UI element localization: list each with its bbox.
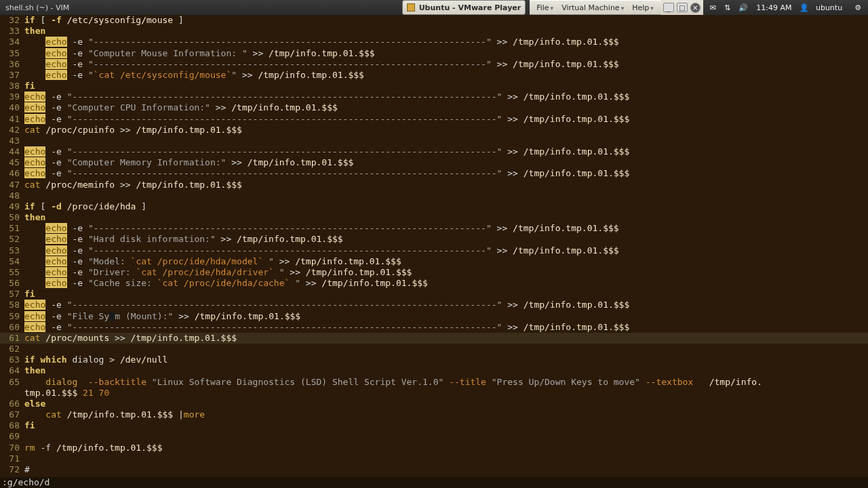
- code-line[interactable]: 44echo -e "-----------------------------…: [0, 146, 629, 157]
- clock[interactable]: 11:49 AM: [752, 3, 795, 12]
- vim-command-line[interactable]: :g/echo/d: [0, 477, 868, 488]
- code-line[interactable]: 51 echo -e "----------------------------…: [0, 223, 619, 234]
- code-line[interactable]: tmp.01.$$$ 21 70: [0, 388, 109, 399]
- close-button[interactable]: ×: [690, 3, 701, 13]
- code-line[interactable]: 54 echo -e "Model: `cat /proc/ide/hda/mo…: [0, 256, 401, 267]
- network-icon[interactable]: ⇅: [720, 3, 734, 12]
- code-line[interactable]: 70rm -f /tmp/info.tmp.01.$$$: [0, 443, 163, 453]
- code-line[interactable]: 67 cat /tmp/info.tmp.01.$$$ |more: [0, 409, 205, 420]
- code-line[interactable]: 56 echo -e "Cache size: `cat /proc/ide/h…: [0, 278, 428, 289]
- code-line[interactable]: 46echo -e "-----------------------------…: [0, 168, 629, 179]
- code-line[interactable]: 34 echo -e "----------------------------…: [0, 37, 619, 47]
- code-line[interactable]: 65 dialog --backtitle "Linux Software Di…: [0, 377, 762, 388]
- vim-editor-area[interactable]: 32if [ -f /etc/sysconfig/mouse ]33then34…: [0, 15, 868, 477]
- code-line[interactable]: 62: [0, 344, 24, 354]
- code-line[interactable]: 61cat /proc/mounts >> /tmp/info.tmp.01.$…: [0, 333, 237, 344]
- code-line[interactable]: 45echo -e "Computer Memory Information:"…: [0, 157, 353, 168]
- settings-icon[interactable]: ⚙: [850, 3, 865, 12]
- code-line[interactable]: 42cat /proc/cpuinfo >> /tmp/info.tmp.01.…: [0, 125, 242, 136]
- mail-icon[interactable]: ✉: [706, 3, 720, 12]
- code-line[interactable]: 53 echo -e "----------------------------…: [0, 245, 619, 256]
- window-controls: _ □ ×: [660, 0, 703, 15]
- code-line[interactable]: 47cat /proc/meminfo >> /tmp/info.tmp.01.…: [0, 180, 242, 190]
- code-line[interactable]: 37 echo -e "`cat /etc/sysconfig/mouse`" …: [0, 70, 364, 81]
- code-line[interactable]: 69: [0, 431, 24, 442]
- code-line[interactable]: 38fi: [0, 81, 35, 92]
- code-line[interactable]: 49if [ -d /proc/ide/hda ]: [0, 201, 146, 212]
- system-tray: ✉ ⇅ 🔊 11:49 AM 👤 ubuntu ⚙: [703, 3, 868, 12]
- code-line[interactable]: 41echo -e "-----------------------------…: [0, 114, 629, 125]
- menu-file[interactable]: File▾: [532, 3, 557, 12]
- code-line[interactable]: 32if [ -f /etc/sysconfig/mouse ]: [0, 15, 184, 26]
- vmware-icon: [407, 3, 415, 12]
- menu-virtual-machine[interactable]: Virtual Machine▾: [557, 3, 628, 12]
- code-line[interactable]: 48: [0, 190, 24, 201]
- code-line[interactable]: 57fi: [0, 289, 35, 300]
- window-title: shell.sh (~) - VIM: [0, 3, 75, 12]
- code-line[interactable]: 39echo -e "-----------------------------…: [0, 92, 629, 102]
- code-line[interactable]: 71: [0, 453, 24, 464]
- code-line[interactable]: 36 echo -e "----------------------------…: [0, 59, 619, 70]
- code-line[interactable]: 40echo -e "Computer CPU Information:" >>…: [0, 102, 338, 113]
- menu-help[interactable]: Help▾: [628, 3, 658, 12]
- volume-icon[interactable]: 🔊: [734, 3, 752, 12]
- maximize-button[interactable]: □: [677, 3, 688, 12]
- code-line[interactable]: 35 echo -e "Computer Mouse Information: …: [0, 48, 375, 59]
- code-line[interactable]: 66else: [0, 399, 45, 409]
- code-line[interactable]: 64then: [0, 365, 45, 376]
- taskbar-button-vmware[interactable]: Ubuntu - VMware Player: [402, 0, 526, 15]
- vmware-menubar: File▾ Virtual Machine▾ Help▾: [530, 0, 660, 15]
- code-line[interactable]: 63if which dialog > /dev/null: [0, 354, 167, 365]
- code-line[interactable]: 60echo -e "-----------------------------…: [0, 322, 629, 333]
- code-line[interactable]: 68fi: [0, 420, 35, 431]
- code-line[interactable]: 50then: [0, 212, 45, 223]
- code-line[interactable]: 55 echo -e "Driver: `cat /proc/ide/hda/d…: [0, 267, 412, 278]
- code-line[interactable]: 58echo -e "-----------------------------…: [0, 300, 629, 310]
- task-label: Ubuntu - VMware Player: [419, 3, 521, 12]
- code-line[interactable]: 72#: [0, 464, 30, 475]
- code-line[interactable]: 59echo -e "File Sym (Mount):" >> /tmp/in…: [0, 311, 300, 322]
- code-line[interactable]: 33then: [0, 26, 45, 37]
- top-panel: shell.sh (~) - VIM Ubuntu - VMware Playe…: [0, 0, 868, 15]
- minimize-button[interactable]: _: [663, 3, 674, 12]
- code-line[interactable]: 52 echo -e "Hard disk information:" >> /…: [0, 234, 343, 245]
- user-menu[interactable]: 👤 ubuntu: [795, 3, 850, 12]
- code-line[interactable]: 43: [0, 136, 24, 146]
